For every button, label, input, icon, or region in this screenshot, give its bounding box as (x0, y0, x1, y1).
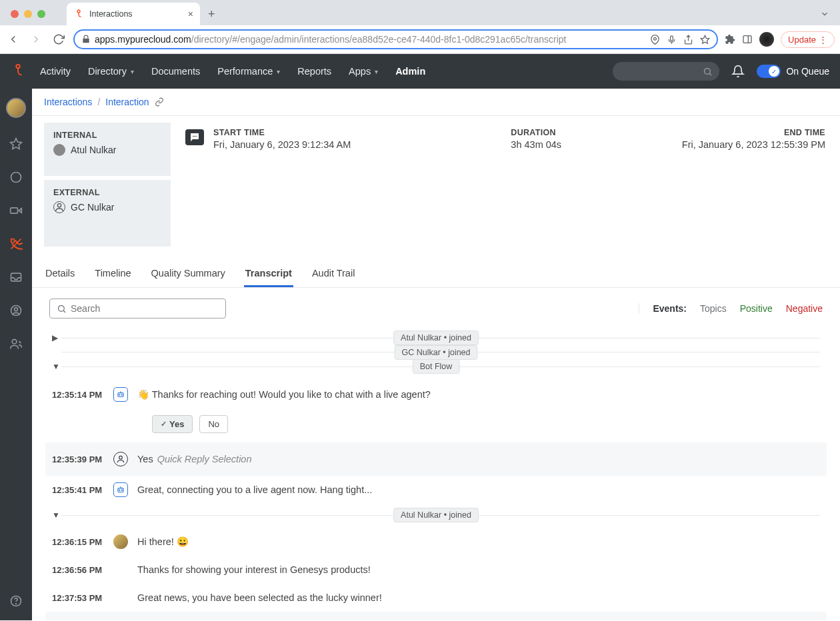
chip-yes[interactable]: Yes (152, 415, 193, 433)
tab-audit[interactable]: Audit Trail (311, 261, 356, 287)
location-icon[interactable] (650, 35, 660, 45)
duration-label: DURATION (511, 128, 561, 137)
detail-tabs: Details Timeline Quality Summary Transcr… (32, 261, 840, 288)
message-time: 12:36:15 PM (52, 537, 104, 547)
star-icon[interactable] (700, 35, 710, 45)
section-gc-joined[interactable]: GC Nulkar • joined (52, 352, 820, 352)
svg-rect-5 (743, 36, 751, 43)
rail-chat-icon[interactable] (9, 170, 23, 185)
rail-video-icon[interactable] (9, 203, 23, 218)
search-icon (57, 304, 67, 314)
tab-details[interactable]: Details (44, 261, 76, 287)
duration-value: 3h 43m 04s (511, 139, 561, 150)
external-participant-card[interactable]: EXTERNAL GC Nulkar (44, 180, 171, 247)
rail-customer-icon[interactable] (9, 303, 23, 318)
section-badge: Bot Flow (413, 359, 460, 374)
app-body: Interactions / Interaction INTERNAL Atul… (0, 89, 840, 620)
toggle-switch[interactable]: ✓ (757, 65, 781, 78)
browser-tab[interactable]: Interactions × (67, 3, 200, 25)
transcript-toolbar: Events: Topics Positive Negative (32, 288, 840, 329)
tab-close-icon[interactable]: × (188, 9, 193, 19)
browser-forward[interactable] (28, 31, 44, 47)
rail-phone-off-icon[interactable] (9, 237, 23, 251)
filter-positive[interactable]: Positive (740, 303, 773, 314)
link-icon[interactable] (155, 97, 164, 107)
share-icon[interactable] (683, 35, 693, 45)
rail-favorites-icon[interactable] (9, 137, 23, 151)
mic-icon[interactable] (667, 35, 677, 45)
svg-marker-4 (701, 35, 709, 43)
summary-row: INTERNAL Atul Nulkar EXTERNAL GC Nulkar (32, 116, 840, 247)
search-input[interactable] (71, 303, 219, 314)
window-minimize[interactable] (24, 10, 32, 18)
nav-admin[interactable]: Admin (395, 66, 425, 77)
profile-avatar[interactable] (759, 32, 774, 47)
nav-apps[interactable]: Apps▾ (349, 66, 378, 77)
notifications-icon[interactable] (731, 65, 745, 78)
meta-column: START TIME Fri, January 6, 2023 9:12:34 … (177, 123, 828, 247)
tab-timeline[interactable]: Timeline (93, 261, 132, 287)
filter-topics[interactable]: Topics (700, 303, 727, 314)
header-right: ✓ On Queue (613, 62, 829, 81)
breadcrumb-root[interactable]: Interactions (44, 97, 92, 107)
participants-column: INTERNAL Atul Nulkar EXTERNAL GC Nulkar (44, 123, 171, 247)
svg-point-23 (194, 136, 195, 137)
caret-down-icon: ▾ (131, 68, 134, 75)
nav-directory[interactable]: Directory▾ (88, 66, 134, 77)
panel-icon[interactable] (742, 34, 753, 45)
message-time: 12:35:14 PM (52, 390, 104, 400)
nav-performance[interactable]: Performance▾ (217, 66, 280, 77)
header-search[interactable] (613, 62, 719, 81)
internal-participant-card[interactable]: INTERNAL Atul Nulkar (44, 123, 171, 176)
bot-icon (113, 482, 128, 497)
transcript-search[interactable] (49, 299, 226, 318)
svg-line-26 (63, 310, 65, 312)
filter-negative[interactable]: Negative (786, 303, 823, 314)
end-label: END TIME (682, 128, 825, 137)
caret-down-icon: ▾ (375, 68, 378, 75)
svg-point-17 (15, 308, 18, 311)
svg-point-34 (121, 490, 122, 490)
svg-point-18 (12, 339, 17, 344)
svg-point-24 (196, 136, 197, 137)
section-atul-joined[interactable]: ▶ Atul Nulkar • joined (52, 333, 820, 342)
expand-icon[interactable]: ▶ (52, 333, 61, 342)
svg-point-0 (77, 10, 80, 13)
section-atul-joined-2[interactable]: ▼ Atul Nulkar • joined (52, 510, 820, 520)
rail-avatar[interactable] (6, 98, 26, 118)
tab-quality[interactable]: Quality Summary (150, 261, 227, 287)
extensions-icon[interactable] (725, 34, 735, 45)
svg-point-22 (193, 136, 194, 137)
url-toolbar: apps.mypurecloud.com/directory/#/engage/… (0, 25, 840, 54)
transcript: ▶ Atul Nulkar • joined GC Nulkar • joine… (32, 333, 840, 620)
message-time: 12:35:41 PM (52, 485, 104, 495)
nav-documents[interactable]: Documents (151, 66, 200, 77)
start-value: Fri, January 6, 2023 9:12:34 AM (213, 139, 351, 150)
section-badge: Atul Nulkar • joined (393, 508, 479, 522)
breadcrumb-current[interactable]: Interaction (105, 97, 149, 107)
external-label: EXTERNAL (53, 188, 161, 197)
section-bot-flow[interactable]: ▼ Bot Flow (52, 362, 820, 371)
new-tab-button[interactable]: + (208, 7, 215, 21)
genesys-logo-icon[interactable] (11, 63, 27, 79)
rail-help-icon[interactable] (9, 594, 23, 608)
status-toggle[interactable]: ✓ On Queue (757, 65, 829, 78)
window-close[interactable] (11, 10, 19, 18)
url-actions (650, 35, 710, 45)
rail-contacts-icon[interactable] (9, 336, 23, 351)
collapse-icon[interactable]: ▼ (52, 510, 61, 520)
update-button[interactable]: Update⋮ (781, 31, 835, 48)
rail-inbox-icon[interactable] (9, 270, 23, 285)
chip-no[interactable]: No (199, 415, 228, 433)
nav-activity[interactable]: Activity (40, 66, 71, 77)
window-maximize[interactable] (37, 10, 45, 18)
url-bar[interactable]: apps.mypurecloud.com/directory/#/engage/… (73, 29, 718, 49)
nav-reports[interactable]: Reports (297, 66, 331, 77)
browser-reload[interactable] (51, 31, 67, 47)
svg-point-20 (16, 604, 17, 604)
internal-label: INTERNAL (53, 131, 161, 140)
tab-transcript[interactable]: Transcript (244, 261, 293, 287)
tabs-overflow-icon[interactable] (820, 9, 829, 19)
browser-back[interactable] (5, 31, 21, 47)
collapse-icon[interactable]: ▼ (52, 362, 61, 371)
